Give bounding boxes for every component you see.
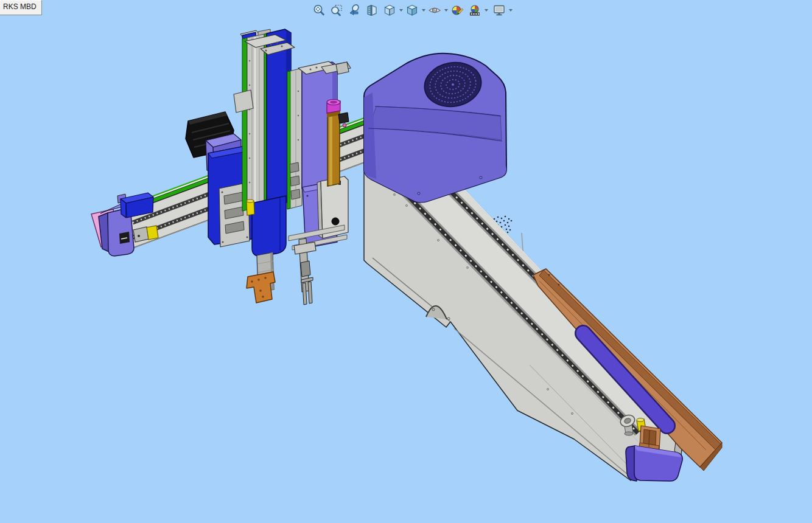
view-orientation-button[interactable]: [382, 2, 397, 18]
edit-appearance-icon: [450, 4, 464, 17]
previous-view-button[interactable]: [346, 2, 362, 18]
document-tab[interactable]: RKS MBD: [0, 0, 42, 15]
display-style-button[interactable]: [404, 2, 420, 18]
apply-scene-button[interactable]: [467, 2, 483, 18]
previous-view-icon: [348, 4, 361, 17]
model-canvas[interactable]: [0, 0, 812, 523]
apply-scene-dropdown[interactable]: [483, 3, 489, 18]
document-tab-label: RKS MBD: [3, 2, 37, 11]
section-view-icon: [365, 4, 379, 17]
zoom-to-area-icon: [330, 4, 343, 17]
view-settings-dropdown[interactable]: [507, 3, 514, 18]
edit-appearance-button[interactable]: [449, 2, 465, 18]
apply-scene-icon: [468, 4, 481, 17]
section-view-button[interactable]: [364, 2, 380, 18]
motor-housing[interactable]: [364, 54, 506, 203]
hide-show-items-icon: [428, 4, 441, 17]
view-orientation-icon: [383, 4, 396, 17]
cap-label: [119, 232, 130, 244]
zoom-to-fit-icon: [312, 4, 326, 17]
knob: [332, 218, 339, 225]
view-settings-button[interactable]: [491, 2, 507, 18]
hide-show-items-button[interactable]: [427, 2, 443, 18]
shock-absorber[interactable]: [247, 199, 254, 215]
zoom-to-area-button[interactable]: [329, 2, 345, 18]
zoom-to-fit-button[interactable]: [311, 2, 327, 18]
heads-up-toolbar: [311, 2, 514, 18]
view-orientation-dropdown[interactable]: [397, 3, 404, 18]
cad-viewport[interactable]: RKS MBD: [0, 0, 812, 523]
display-style-dropdown[interactable]: [420, 3, 427, 18]
display-style-icon: [405, 4, 419, 17]
view-settings-icon: [492, 4, 506, 17]
hide-show-items-dropdown[interactable]: [443, 3, 449, 18]
